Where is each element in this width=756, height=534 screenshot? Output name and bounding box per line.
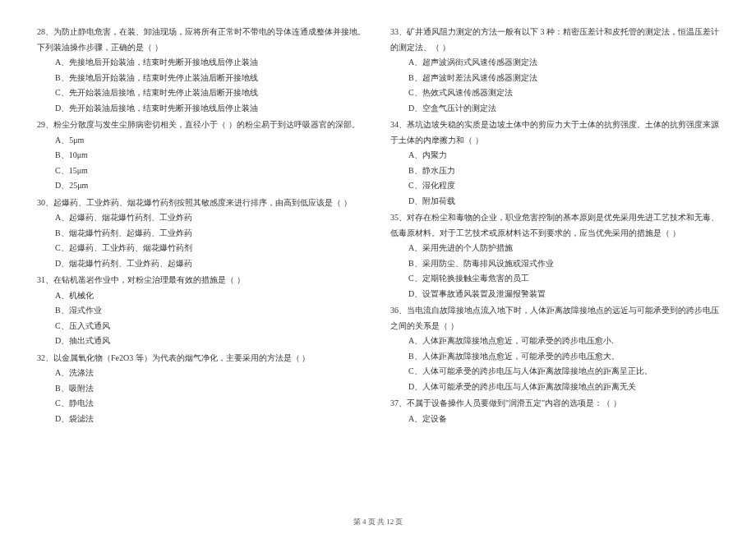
question-options: A、内聚力 B、静水压力 C、湿化程度 D、附加荷载: [390, 148, 719, 209]
question-text: 37、不属于设备操作人员要做到"润滑五定"内容的选项是：（ ）: [390, 396, 719, 412]
option-a: A、定设备: [408, 412, 719, 427]
option-a: A、内聚力: [408, 148, 719, 163]
question-text: 29、粉尘分散度与发生尘肺病密切相关，直径小于（ ）的粉尘易于到达呼吸器官的深部…: [37, 117, 366, 133]
option-c: C、热效式风速传感器测定法: [408, 85, 719, 101]
option-d: D、烟花爆竹药剂、工业炸药、起爆药: [55, 256, 366, 272]
question-options: A、起爆药、烟花爆竹药剂、工业炸药 B、烟花爆竹药剂、起爆药、工业炸药 C、起爆…: [37, 210, 366, 271]
question-options: A、5μm B、10μm C、15μm D、25μm: [37, 133, 366, 194]
option-c: C、15μm: [55, 163, 366, 179]
option-d: D、25μm: [55, 178, 366, 194]
option-b: B、吸附法: [55, 381, 366, 397]
option-a: A、5μm: [55, 133, 366, 149]
page-content: 28、为防止静电危害，在装、卸油现场，应将所有正常时不带电的导体连通成整体并接地…: [0, 0, 756, 513]
option-c: C、定期轮换接触尘毒危害的员工: [408, 271, 719, 287]
option-b: B、采用防尘、防毒排风设施或湿式作业: [408, 256, 719, 272]
option-c: C、先开始装油后接地，结束时先停止装油后断开接地线: [55, 85, 366, 101]
option-d: D、空盒气压计的测定法: [408, 101, 719, 117]
option-d: D、人体可能承受的跨步电压与人体距离故障接地点的距离无关: [408, 380, 719, 395]
question-text: 34、基坑边坡失稳的实质是边坡土体中的剪应力大于土体的抗剪强度。土体的抗剪强度来…: [390, 117, 719, 148]
question-37: 37、不属于设备操作人员要做到"润滑五定"内容的选项是：（ ） A、定设备: [390, 396, 719, 426]
question-32: 32、以金属氧化物（Fe2O3 等）为代表的烟气净化，主要采用的方法是（ ） A…: [37, 351, 366, 427]
option-b: B、10μm: [55, 148, 366, 163]
option-a: A、先接地后开始装油，结束时先断开接地线后停止装油: [55, 55, 366, 71]
question-options: A、采用先进的个人防护措施 B、采用防尘、防毒排风设施或湿式作业 C、定期轮换接…: [390, 241, 719, 302]
option-b: B、先接地后开始装油，结束时先停止装油后断开接地线: [55, 71, 366, 86]
question-31: 31、在钻机凿岩作业中，对粉尘治理最有效的措施是（ ） A、机械化 B、湿式作业…: [37, 273, 366, 349]
option-a: A、人体距离故障接地点愈近，可能承受的跨步电压愈小.: [408, 334, 719, 349]
question-text: 33、矿井通风阻力测定的方法一般有以下 3 种：精密压差计和皮托管的测定法，恒温…: [390, 25, 719, 55]
question-text: 35、对存在粉尘和毒物的企业，职业危害控制的基本原则是优先采用先进工艺技术和无毒…: [390, 210, 719, 241]
option-c: C、压入式通风: [55, 319, 366, 334]
question-options: A、人体距离故障接地点愈近，可能承受的跨步电压愈小. B、人体距离故障接地点愈近…: [390, 334, 719, 394]
question-options: A、定设备: [390, 412, 719, 427]
question-text: 28、为防止静电危害，在装、卸油现场，应将所有正常时不带电的导体连通成整体并接地…: [37, 25, 366, 55]
question-35: 35、对存在粉尘和毒物的企业，职业危害控制的基本原则是优先采用先进工艺技术和无毒…: [390, 210, 719, 302]
right-column: 33、矿井通风阻力测定的方法一般有以下 3 种：精密压差计和皮托管的测定法，恒温…: [390, 25, 719, 493]
question-options: A、机械化 B、湿式作业 C、压入式通风 D、抽出式通风: [37, 288, 366, 349]
question-28: 28、为防止静电危害，在装、卸油现场，应将所有正常时不带电的导体连通成整体并接地…: [37, 25, 366, 116]
option-b: B、超声波时差法风速传感器测定法: [408, 71, 719, 86]
page-footer: 第 4 页 共 12 页: [0, 517, 756, 527]
option-d: D、设置事故通风装置及泄漏报警装置: [408, 287, 719, 302]
option-b: B、静水压力: [408, 163, 719, 179]
option-a: A、机械化: [55, 288, 366, 304]
option-d: D、附加荷载: [408, 194, 719, 209]
question-34: 34、基坑边坡失稳的实质是边坡土体中的剪应力大于土体的抗剪强度。土体的抗剪强度来…: [390, 117, 719, 209]
option-c: C、人体可能承受的跨步电压与人体距离故障接地点的距离呈正比。: [408, 364, 719, 380]
question-options: A、超声波涡街式风速传感器测定法 B、超声波时差法风速传感器测定法 C、热效式风…: [390, 55, 719, 116]
question-36: 36、当电流自故障接地点流入地下时，人体距离故障接地点的远近与可能承受到的跨步电…: [390, 303, 719, 394]
question-text: 32、以金属氧化物（Fe2O3 等）为代表的烟气净化，主要采用的方法是（ ）: [37, 351, 366, 366]
option-d: D、先开始装油后接地，结束时先断开接地线后停止装油: [55, 101, 366, 117]
option-d: D、袋滤法: [55, 412, 366, 427]
question-29: 29、粉尘分散度与发生尘肺病密切相关，直径小于（ ）的粉尘易于到达呼吸器官的深部…: [37, 117, 366, 194]
option-a: A、洗涤法: [55, 366, 366, 381]
option-b: B、湿式作业: [55, 303, 366, 319]
question-text: 30、起爆药、工业炸药、烟花爆竹药剂按照其敏感度来进行排序，由高到低应该是（ ）: [37, 196, 366, 211]
question-options: A、洗涤法 B、吸附法 C、静电法 D、袋滤法: [37, 366, 366, 426]
option-d: D、抽出式通风: [55, 334, 366, 349]
option-c: C、湿化程度: [408, 178, 719, 194]
option-c: C、起爆药、工业炸药、烟花爆竹药剂: [55, 241, 366, 256]
option-b: B、烟花爆竹药剂、起爆药、工业炸药: [55, 226, 366, 242]
option-a: A、采用先进的个人防护措施: [408, 241, 719, 256]
option-c: C、静电法: [55, 396, 366, 412]
question-text: 31、在钻机凿岩作业中，对粉尘治理最有效的措施是（ ）: [37, 273, 366, 288]
left-column: 28、为防止静电危害，在装、卸油现场，应将所有正常时不带电的导体连通成整体并接地…: [37, 25, 366, 493]
question-options: A、先接地后开始装油，结束时先断开接地线后停止装油 B、先接地后开始装油，结束时…: [37, 55, 366, 116]
option-b: B、人体距离故障接地点愈近，可能承受的跨步电压愈大。: [408, 349, 719, 365]
question-30: 30、起爆药、工业炸药、烟花爆竹药剂按照其敏感度来进行排序，由高到低应该是（ ）…: [37, 196, 366, 272]
option-a: A、起爆药、烟花爆竹药剂、工业炸药: [55, 210, 366, 226]
question-33: 33、矿井通风阻力测定的方法一般有以下 3 种：精密压差计和皮托管的测定法，恒温…: [390, 25, 719, 116]
option-a: A、超声波涡街式风速传感器测定法: [408, 55, 719, 71]
question-text: 36、当电流自故障接地点流入地下时，人体距离故障接地点的远近与可能承受到的跨步电…: [390, 303, 719, 334]
